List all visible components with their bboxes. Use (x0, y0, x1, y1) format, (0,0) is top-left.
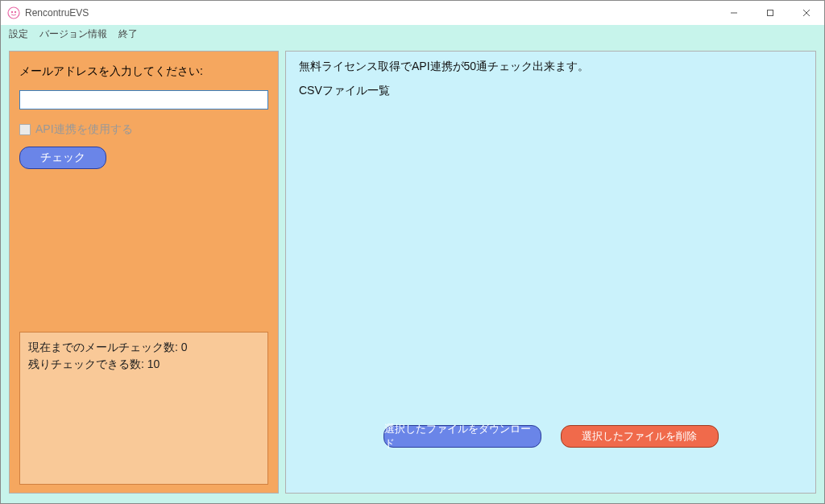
maximize-button[interactable] (752, 1, 788, 25)
check-button[interactable]: チェック (19, 147, 106, 169)
api-checkbox[interactable] (19, 124, 31, 135)
app-icon (7, 6, 20, 19)
right-panel: 無料ライセンス取得でAPI連携が50通チェック出来ます。 CSVファイル一覧 選… (285, 51, 816, 494)
svg-rect-4 (767, 10, 773, 16)
download-selected-button[interactable]: 選択したファイルをダウンロード (383, 425, 541, 448)
stats-box: 現在までのメールチェック数: 0 残りチェックできる数: 10 (19, 332, 268, 485)
menu-settings[interactable]: 設定 (9, 27, 28, 41)
api-checkbox-label: API連携を使用する (35, 122, 133, 137)
svg-point-1 (11, 11, 13, 13)
minimize-button[interactable] (715, 1, 752, 25)
titlebar-left: RencontruEVS (7, 6, 715, 19)
svg-point-2 (15, 11, 16, 13)
content-area: メールアドレスを入力してください: API連携を使用する チェック 現在までのメ… (1, 43, 824, 503)
csv-list-label: CSVファイル一覧 (299, 84, 802, 98)
app-window: RencontruEVS 設定 バージョン情報 終了 メールアドレスを入力してく… (0, 0, 825, 504)
left-panel: メールアドレスを入力してください: API連携を使用する チェック 現在までのメ… (9, 51, 279, 494)
delete-selected-button[interactable]: 選択したファイルを削除 (561, 425, 719, 448)
email-prompt-label: メールアドレスを入力してください: (19, 64, 268, 79)
menu-version[interactable]: バージョン情報 (39, 27, 107, 41)
check-button-label: チェック (40, 151, 85, 165)
window-controls (715, 1, 824, 25)
svg-point-0 (8, 7, 19, 19)
right-button-row: 選択したファイルをダウンロード 選択したファイルを削除 (286, 425, 815, 448)
titlebar: RencontruEVS (1, 1, 824, 25)
delete-button-label: 選択したファイルを削除 (582, 429, 697, 444)
close-button[interactable] (788, 1, 824, 25)
download-button-label: 選択したファイルをダウンロード (384, 422, 541, 451)
api-checkbox-row: API連携を使用する (19, 122, 268, 137)
left-spacer (19, 169, 268, 332)
window-title: RencontruEVS (25, 7, 89, 19)
menubar: 設定 バージョン情報 終了 (1, 25, 824, 43)
stats-checked-count: 現在までのメールチェック数: 0 (28, 339, 259, 356)
menu-exit[interactable]: 終了 (118, 27, 138, 41)
email-input[interactable] (19, 90, 268, 109)
license-info-text: 無料ライセンス取得でAPI連携が50通チェック出来ます。 (299, 60, 802, 74)
stats-remaining-count: 残りチェックできる数: 10 (28, 356, 259, 373)
